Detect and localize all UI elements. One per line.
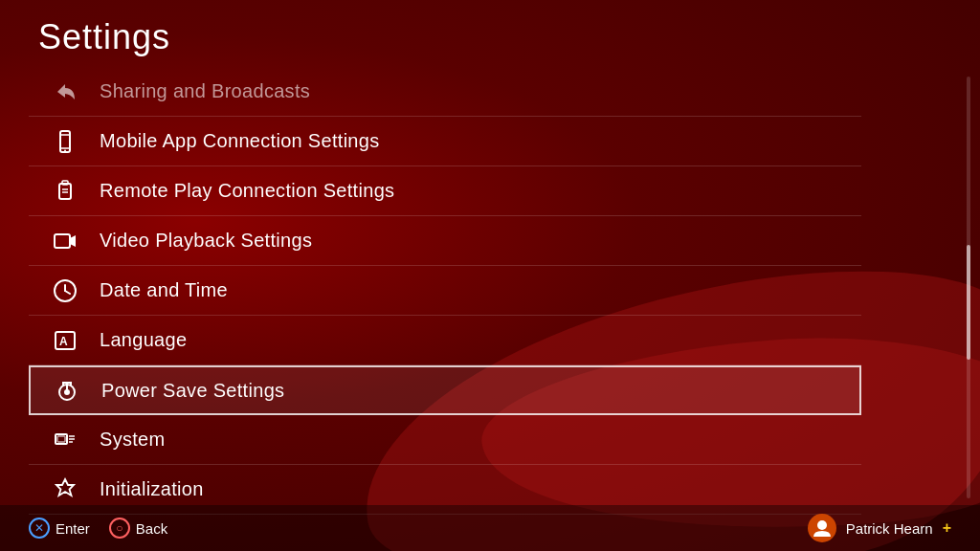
enter-button[interactable]: ✕ Enter: [29, 518, 90, 539]
back-label: Back: [136, 520, 167, 537]
settings-screen: Settings Sharing and BroadcastsMobile Ap…: [0, 0, 980, 551]
menu-item-mobile-app[interactable]: Mobile App Connection Settings: [29, 117, 861, 166]
enter-label: Enter: [56, 520, 90, 537]
avatar: [808, 514, 836, 542]
header: Settings: [0, 0, 980, 67]
remote-icon: [48, 174, 82, 209]
menu-item-video-playback[interactable]: Video Playback Settings: [29, 216, 861, 266]
menu-item-label: Video Playback Settings: [100, 230, 312, 252]
menu-item-label: Mobile App Connection Settings: [100, 130, 380, 152]
page-title: Settings: [38, 17, 942, 57]
x-button-icon: ✕: [29, 518, 50, 539]
menu-item-label: System: [100, 429, 165, 451]
menu-item-system[interactable]: System: [29, 415, 861, 465]
menu-item-label: Date and Time: [100, 279, 228, 301]
footer-left: ✕ Enter ○ Back: [29, 518, 167, 539]
menu-item-remote-play[interactable]: Remote Play Connection Settings: [29, 166, 861, 216]
menu-area: Sharing and BroadcastsMobile App Connect…: [0, 67, 980, 551]
mobile-icon: [48, 124, 82, 159]
footer: ✕ Enter ○ Back Patrick Hearn +: [0, 505, 980, 551]
menu-item-label: Remote Play Connection Settings: [100, 180, 394, 202]
clock-icon: [48, 274, 82, 308]
power-icon: [50, 373, 84, 408]
back-button[interactable]: ○ Back: [109, 518, 167, 539]
video-icon: [48, 224, 82, 258]
menu-item-date-time[interactable]: Date and Time: [29, 266, 861, 316]
user-name: Patrick Hearn: [846, 520, 933, 537]
menu-item-sharing-broadcasts[interactable]: Sharing and Broadcasts: [29, 67, 861, 117]
menu-item-label: Sharing and Broadcasts: [100, 80, 310, 102]
menu-item-power-save[interactable]: Power Save Settings: [29, 365, 861, 415]
menu-item-label: Initialization: [100, 478, 204, 500]
psplus-icon: +: [943, 519, 951, 537]
share-icon: [48, 75, 82, 109]
svg-point-0: [817, 520, 827, 530]
scrollbar-thumb: [967, 245, 970, 360]
footer-right: Patrick Hearn +: [808, 514, 951, 542]
language-icon: [48, 323, 82, 358]
menu-item-label: Language: [100, 329, 187, 351]
o-button-icon: ○: [109, 518, 130, 539]
system-icon: [48, 423, 82, 457]
menu-item-language[interactable]: Language: [29, 316, 861, 365]
menu-item-label: Power Save Settings: [101, 380, 284, 402]
init-icon: [48, 473, 82, 507]
menu-list: Sharing and BroadcastsMobile App Connect…: [29, 67, 861, 515]
scrollbar-track[interactable]: [967, 77, 970, 498]
